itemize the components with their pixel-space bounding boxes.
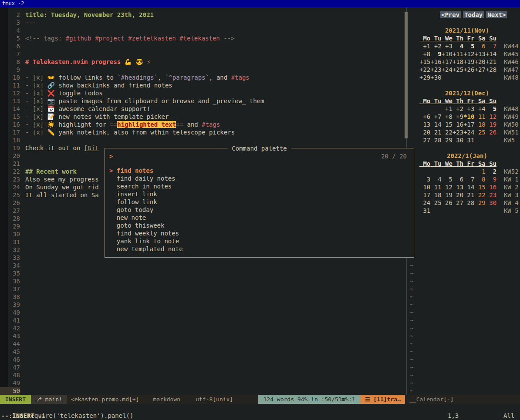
editor-line-3[interactable]: 3--- bbox=[0, 19, 406, 27]
calendar-day[interactable]: +8 bbox=[442, 113, 452, 120]
command-line[interactable]: :lua require('telekasten').panel() bbox=[0, 404, 520, 412]
calendar-day[interactable]: +12 bbox=[463, 50, 474, 57]
calendar-day[interactable]: +1 bbox=[419, 43, 430, 50]
calendar-day[interactable]: +23 bbox=[452, 129, 463, 136]
calendar-day[interactable]: 8 bbox=[474, 176, 485, 183]
calendar-day[interactable]: 28 bbox=[463, 199, 474, 206]
calendar-day[interactable]: 4 bbox=[430, 176, 441, 183]
calendar-day[interactable]: 27 bbox=[452, 199, 463, 206]
editor-line-15[interactable]: 15- [x] 📝 new notes with template picker bbox=[0, 113, 406, 121]
calendar-day[interactable]: +26 bbox=[463, 66, 474, 73]
palette-item[interactable]: yank link to note bbox=[105, 237, 414, 245]
calendar-nav-today-button[interactable]: Today bbox=[463, 11, 484, 18]
editor-line-49[interactable]: 49 bbox=[0, 379, 406, 387]
calendar-day[interactable]: 14 bbox=[463, 184, 474, 191]
calendar-day[interactable]: 14 bbox=[430, 121, 441, 128]
calendar-day[interactable]: +29 bbox=[419, 74, 430, 81]
calendar-day[interactable]: 2 bbox=[486, 168, 496, 175]
calendar-day[interactable]: 21 bbox=[463, 192, 474, 198]
palette-item[interactable]: > find notes bbox=[105, 167, 414, 175]
calendar-day[interactable]: +14 bbox=[486, 50, 496, 57]
palette-item[interactable]: find daily notes bbox=[105, 175, 414, 182]
editor-line-16[interactable]: 16- [x] ☀️ highlight for ==highlighted t… bbox=[0, 121, 406, 128]
editor-line-38[interactable]: 38 bbox=[0, 293, 406, 301]
calendar-day[interactable]: +9 bbox=[452, 113, 463, 120]
palette-item[interactable]: new templated note bbox=[105, 245, 414, 253]
calendar-day[interactable]: +1 bbox=[442, 105, 452, 112]
calendar-day[interactable]: 18 bbox=[430, 192, 441, 198]
calendar-day[interactable]: +17 bbox=[442, 58, 452, 65]
calendar-day[interactable]: 6 bbox=[452, 176, 463, 183]
palette-item[interactable]: new note bbox=[105, 214, 414, 222]
calendar-day[interactable]: 9 bbox=[486, 176, 496, 183]
calendar-day[interactable]: +8 bbox=[419, 50, 430, 57]
calendar-day[interactable]: +24 bbox=[442, 66, 452, 73]
calendar-day[interactable]: 20 bbox=[452, 192, 463, 198]
editor-line-11[interactable]: 11- [x] 🔗 show backlinks and friend note… bbox=[0, 81, 406, 89]
palette-prompt-input[interactable]: > 20 / 20 bbox=[109, 152, 407, 161]
calendar-day[interactable]: +11 bbox=[452, 50, 463, 57]
calendar-day[interactable]: +13 bbox=[474, 50, 485, 57]
editor-line-2[interactable]: 2title: Tuesday, November 23th, 2021 bbox=[0, 11, 406, 19]
calendar-day[interactable]: +30 bbox=[430, 74, 441, 81]
calendar-nav-next-button[interactable]: Next> bbox=[486, 11, 507, 18]
editor-line-34[interactable]: 34 bbox=[0, 262, 406, 269]
calendar-day[interactable]: 5 bbox=[486, 105, 496, 112]
calendar-day[interactable]: 22 bbox=[442, 129, 452, 136]
calendar-day[interactable]: 16 bbox=[452, 121, 463, 128]
calendar-day[interactable]: +16 bbox=[430, 58, 441, 65]
editor-line-9[interactable]: 9 bbox=[0, 66, 406, 74]
calendar-nav-prev-button[interactable]: <Prev bbox=[440, 11, 461, 18]
calendar-day[interactable]: 29 bbox=[474, 199, 485, 206]
calendar-day[interactable]: +15 bbox=[419, 58, 430, 65]
editor-line-35[interactable]: 35 bbox=[0, 269, 406, 277]
calendar-day[interactable]: 1 bbox=[474, 168, 485, 175]
editor-line-44[interactable]: 44 bbox=[0, 340, 406, 348]
calendar-day[interactable]: 7 bbox=[486, 43, 496, 50]
calendar-day[interactable]: 6 bbox=[474, 43, 485, 50]
editor-line-50[interactable]: 50 bbox=[0, 387, 406, 395]
calendar-day[interactable]: 29 bbox=[442, 137, 452, 144]
calendar-day[interactable]: 10 bbox=[419, 184, 430, 191]
calendar-day[interactable]: 16 bbox=[486, 184, 496, 191]
calendar-day[interactable]: 20 bbox=[419, 129, 430, 136]
calendar-day[interactable]: 26 bbox=[442, 199, 452, 206]
calendar-day[interactable]: +3 bbox=[463, 105, 474, 112]
calendar-day[interactable]: 12 bbox=[486, 113, 496, 120]
calendar-day[interactable]: +20 bbox=[474, 58, 485, 65]
editor-line-14[interactable]: 14- [x] 📅 awesome calendar support! bbox=[0, 105, 406, 113]
editor-line-45[interactable]: 45 bbox=[0, 348, 406, 356]
calendar-day[interactable]: 25 bbox=[474, 129, 485, 136]
calendar-day[interactable]: +4 bbox=[474, 105, 485, 112]
calendar-day[interactable]: 23 bbox=[486, 192, 496, 198]
calendar-day[interactable]: 18 bbox=[474, 121, 485, 128]
editor-line-39[interactable]: 39 bbox=[0, 301, 406, 309]
editor-line-17[interactable]: 17- [x] ✏️ yank notelink, also from wthi… bbox=[0, 128, 406, 136]
calendar-day[interactable]: 17 bbox=[419, 192, 430, 198]
editor-line-48[interactable]: 48 bbox=[0, 371, 406, 379]
palette-item[interactable]: search in notes bbox=[105, 182, 414, 190]
editor-line-40[interactable]: 40 bbox=[0, 309, 406, 316]
calendar-day[interactable]: 4 bbox=[452, 43, 463, 50]
calendar-day[interactable]: 9 bbox=[430, 50, 441, 57]
calendar-day[interactable]: 27 bbox=[419, 137, 430, 144]
calendar-day[interactable]: +18 bbox=[452, 58, 463, 65]
calendar-day[interactable]: +6 bbox=[419, 113, 430, 120]
calendar-day[interactable]: 15 bbox=[474, 184, 485, 191]
calendar-day[interactable]: 22 bbox=[474, 192, 485, 198]
calendar-day[interactable]: 21 bbox=[430, 129, 441, 136]
calendar-day[interactable]: +25 bbox=[452, 66, 463, 73]
editor-line-10[interactable]: 10- [x] 👐 follow links to `#headings`, `… bbox=[0, 74, 406, 81]
palette-item[interactable]: goto today bbox=[105, 206, 414, 214]
editor-line-36[interactable]: 36 bbox=[0, 277, 406, 285]
calendar-day[interactable]: 11 bbox=[474, 113, 485, 120]
editor-line-13[interactable]: 13- [x] 📷 paste images from clipboard or… bbox=[0, 97, 406, 105]
palette-item[interactable]: goto thisweek bbox=[105, 222, 414, 229]
calendar-day[interactable]: 13 bbox=[419, 121, 430, 128]
editor-line-8[interactable]: 8# Telekasten.nvim progress 💪 😎 ⚡ bbox=[0, 58, 406, 66]
editor-line-4[interactable]: 4 bbox=[0, 27, 406, 34]
calendar-day[interactable]: 19 bbox=[442, 192, 452, 198]
calendar-day[interactable]: 30 bbox=[486, 199, 496, 206]
editor-line-37[interactable]: 37 bbox=[0, 285, 406, 293]
calendar-day[interactable]: +2 bbox=[452, 105, 463, 112]
